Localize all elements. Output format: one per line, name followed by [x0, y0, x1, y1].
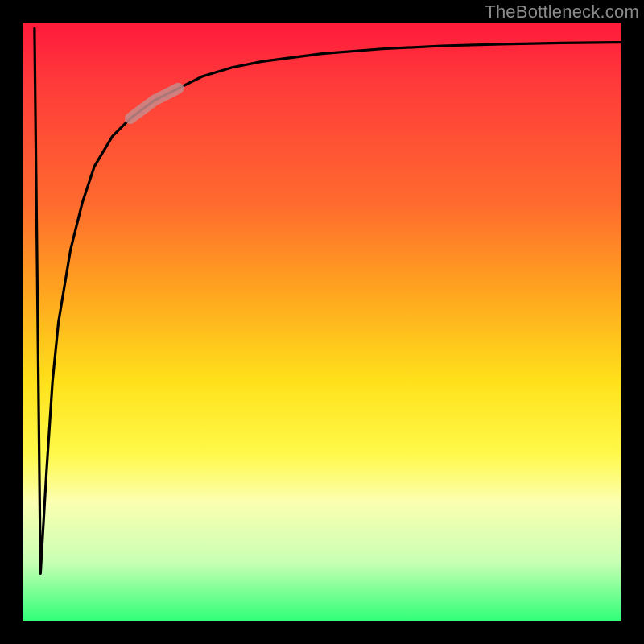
curve-highlight-segment: [130, 89, 179, 118]
bottleneck-curve: [35, 28, 621, 573]
watermark-text: TheBottleneck.com: [485, 2, 639, 23]
chart-frame: TheBottleneck.com: [0, 0, 644, 644]
curve-svg: [23, 23, 621, 621]
plot-area: [23, 23, 621, 621]
